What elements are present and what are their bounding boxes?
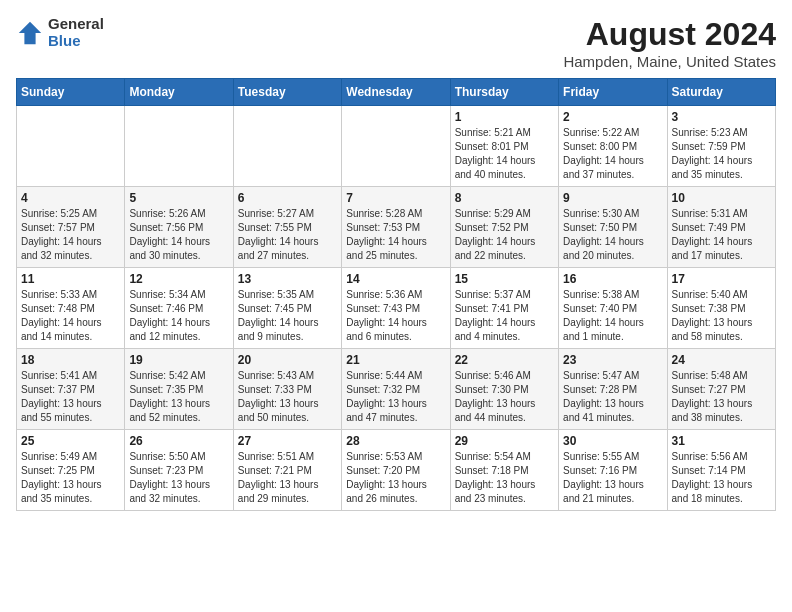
- week-row-2: 4Sunrise: 5:25 AM Sunset: 7:57 PM Daylig…: [17, 187, 776, 268]
- day-info: Sunrise: 5:36 AM Sunset: 7:43 PM Dayligh…: [346, 288, 445, 344]
- day-number: 28: [346, 434, 445, 448]
- day-info: Sunrise: 5:44 AM Sunset: 7:32 PM Dayligh…: [346, 369, 445, 425]
- logo-general: General: [48, 16, 104, 33]
- day-info: Sunrise: 5:43 AM Sunset: 7:33 PM Dayligh…: [238, 369, 337, 425]
- day-info: Sunrise: 5:51 AM Sunset: 7:21 PM Dayligh…: [238, 450, 337, 506]
- weekday-row: SundayMondayTuesdayWednesdayThursdayFrid…: [17, 79, 776, 106]
- day-number: 2: [563, 110, 662, 124]
- calendar-cell: 24Sunrise: 5:48 AM Sunset: 7:27 PM Dayli…: [667, 349, 775, 430]
- calendar-cell: 6Sunrise: 5:27 AM Sunset: 7:55 PM Daylig…: [233, 187, 341, 268]
- day-number: 11: [21, 272, 120, 286]
- header: General Blue August 2024 Hampden, Maine,…: [16, 16, 776, 70]
- day-number: 16: [563, 272, 662, 286]
- day-info: Sunrise: 5:40 AM Sunset: 7:38 PM Dayligh…: [672, 288, 771, 344]
- title-area: August 2024 Hampden, Maine, United State…: [563, 16, 776, 70]
- calendar-cell: 11Sunrise: 5:33 AM Sunset: 7:48 PM Dayli…: [17, 268, 125, 349]
- day-info: Sunrise: 5:27 AM Sunset: 7:55 PM Dayligh…: [238, 207, 337, 263]
- weekday-header-saturday: Saturday: [667, 79, 775, 106]
- day-number: 26: [129, 434, 228, 448]
- day-info: Sunrise: 5:42 AM Sunset: 7:35 PM Dayligh…: [129, 369, 228, 425]
- calendar-cell: 10Sunrise: 5:31 AM Sunset: 7:49 PM Dayli…: [667, 187, 775, 268]
- logo: General Blue: [16, 16, 104, 49]
- day-info: Sunrise: 5:56 AM Sunset: 7:14 PM Dayligh…: [672, 450, 771, 506]
- day-info: Sunrise: 5:23 AM Sunset: 7:59 PM Dayligh…: [672, 126, 771, 182]
- day-number: 10: [672, 191, 771, 205]
- logo-icon: [16, 19, 44, 47]
- calendar-cell: 28Sunrise: 5:53 AM Sunset: 7:20 PM Dayli…: [342, 430, 450, 511]
- calendar-table: SundayMondayTuesdayWednesdayThursdayFrid…: [16, 78, 776, 511]
- calendar-cell: 18Sunrise: 5:41 AM Sunset: 7:37 PM Dayli…: [17, 349, 125, 430]
- calendar-cell: 13Sunrise: 5:35 AM Sunset: 7:45 PM Dayli…: [233, 268, 341, 349]
- calendar-cell: 30Sunrise: 5:55 AM Sunset: 7:16 PM Dayli…: [559, 430, 667, 511]
- calendar-cell: 16Sunrise: 5:38 AM Sunset: 7:40 PM Dayli…: [559, 268, 667, 349]
- calendar-cell: 8Sunrise: 5:29 AM Sunset: 7:52 PM Daylig…: [450, 187, 558, 268]
- logo-blue: Blue: [48, 33, 104, 50]
- day-number: 19: [129, 353, 228, 367]
- day-number: 3: [672, 110, 771, 124]
- calendar-cell: [17, 106, 125, 187]
- calendar-subtitle: Hampden, Maine, United States: [563, 53, 776, 70]
- calendar-cell: 21Sunrise: 5:44 AM Sunset: 7:32 PM Dayli…: [342, 349, 450, 430]
- calendar-cell: 23Sunrise: 5:47 AM Sunset: 7:28 PM Dayli…: [559, 349, 667, 430]
- day-number: 13: [238, 272, 337, 286]
- day-number: 4: [21, 191, 120, 205]
- day-number: 9: [563, 191, 662, 205]
- day-info: Sunrise: 5:47 AM Sunset: 7:28 PM Dayligh…: [563, 369, 662, 425]
- week-row-4: 18Sunrise: 5:41 AM Sunset: 7:37 PM Dayli…: [17, 349, 776, 430]
- calendar-cell: 14Sunrise: 5:36 AM Sunset: 7:43 PM Dayli…: [342, 268, 450, 349]
- calendar-cell: 4Sunrise: 5:25 AM Sunset: 7:57 PM Daylig…: [17, 187, 125, 268]
- day-info: Sunrise: 5:31 AM Sunset: 7:49 PM Dayligh…: [672, 207, 771, 263]
- day-info: Sunrise: 5:54 AM Sunset: 7:18 PM Dayligh…: [455, 450, 554, 506]
- day-number: 30: [563, 434, 662, 448]
- day-number: 1: [455, 110, 554, 124]
- day-number: 22: [455, 353, 554, 367]
- calendar-cell: 5Sunrise: 5:26 AM Sunset: 7:56 PM Daylig…: [125, 187, 233, 268]
- calendar-cell: 1Sunrise: 5:21 AM Sunset: 8:01 PM Daylig…: [450, 106, 558, 187]
- week-row-3: 11Sunrise: 5:33 AM Sunset: 7:48 PM Dayli…: [17, 268, 776, 349]
- day-number: 14: [346, 272, 445, 286]
- weekday-header-friday: Friday: [559, 79, 667, 106]
- calendar-cell: 17Sunrise: 5:40 AM Sunset: 7:38 PM Dayli…: [667, 268, 775, 349]
- day-info: Sunrise: 5:38 AM Sunset: 7:40 PM Dayligh…: [563, 288, 662, 344]
- day-info: Sunrise: 5:33 AM Sunset: 7:48 PM Dayligh…: [21, 288, 120, 344]
- day-info: Sunrise: 5:35 AM Sunset: 7:45 PM Dayligh…: [238, 288, 337, 344]
- calendar-body: 1Sunrise: 5:21 AM Sunset: 8:01 PM Daylig…: [17, 106, 776, 511]
- day-number: 25: [21, 434, 120, 448]
- calendar-cell: 29Sunrise: 5:54 AM Sunset: 7:18 PM Dayli…: [450, 430, 558, 511]
- calendar-cell: 7Sunrise: 5:28 AM Sunset: 7:53 PM Daylig…: [342, 187, 450, 268]
- weekday-header-monday: Monday: [125, 79, 233, 106]
- week-row-5: 25Sunrise: 5:49 AM Sunset: 7:25 PM Dayli…: [17, 430, 776, 511]
- day-number: 6: [238, 191, 337, 205]
- calendar-cell: 26Sunrise: 5:50 AM Sunset: 7:23 PM Dayli…: [125, 430, 233, 511]
- day-number: 12: [129, 272, 228, 286]
- logo-text: General Blue: [48, 16, 104, 49]
- day-info: Sunrise: 5:53 AM Sunset: 7:20 PM Dayligh…: [346, 450, 445, 506]
- day-info: Sunrise: 5:50 AM Sunset: 7:23 PM Dayligh…: [129, 450, 228, 506]
- day-number: 29: [455, 434, 554, 448]
- day-info: Sunrise: 5:49 AM Sunset: 7:25 PM Dayligh…: [21, 450, 120, 506]
- calendar-cell: 25Sunrise: 5:49 AM Sunset: 7:25 PM Dayli…: [17, 430, 125, 511]
- day-number: 5: [129, 191, 228, 205]
- day-number: 27: [238, 434, 337, 448]
- day-number: 8: [455, 191, 554, 205]
- weekday-header-tuesday: Tuesday: [233, 79, 341, 106]
- week-row-1: 1Sunrise: 5:21 AM Sunset: 8:01 PM Daylig…: [17, 106, 776, 187]
- calendar-title: August 2024: [563, 16, 776, 53]
- day-info: Sunrise: 5:37 AM Sunset: 7:41 PM Dayligh…: [455, 288, 554, 344]
- weekday-header-sunday: Sunday: [17, 79, 125, 106]
- svg-marker-0: [19, 21, 41, 43]
- day-number: 20: [238, 353, 337, 367]
- calendar-cell: 2Sunrise: 5:22 AM Sunset: 8:00 PM Daylig…: [559, 106, 667, 187]
- day-number: 7: [346, 191, 445, 205]
- day-number: 18: [21, 353, 120, 367]
- calendar-cell: 15Sunrise: 5:37 AM Sunset: 7:41 PM Dayli…: [450, 268, 558, 349]
- calendar-cell: 3Sunrise: 5:23 AM Sunset: 7:59 PM Daylig…: [667, 106, 775, 187]
- day-info: Sunrise: 5:48 AM Sunset: 7:27 PM Dayligh…: [672, 369, 771, 425]
- day-number: 24: [672, 353, 771, 367]
- calendar-cell: 31Sunrise: 5:56 AM Sunset: 7:14 PM Dayli…: [667, 430, 775, 511]
- day-info: Sunrise: 5:21 AM Sunset: 8:01 PM Dayligh…: [455, 126, 554, 182]
- calendar-cell: 22Sunrise: 5:46 AM Sunset: 7:30 PM Dayli…: [450, 349, 558, 430]
- weekday-header-wednesday: Wednesday: [342, 79, 450, 106]
- day-number: 23: [563, 353, 662, 367]
- weekday-header-thursday: Thursday: [450, 79, 558, 106]
